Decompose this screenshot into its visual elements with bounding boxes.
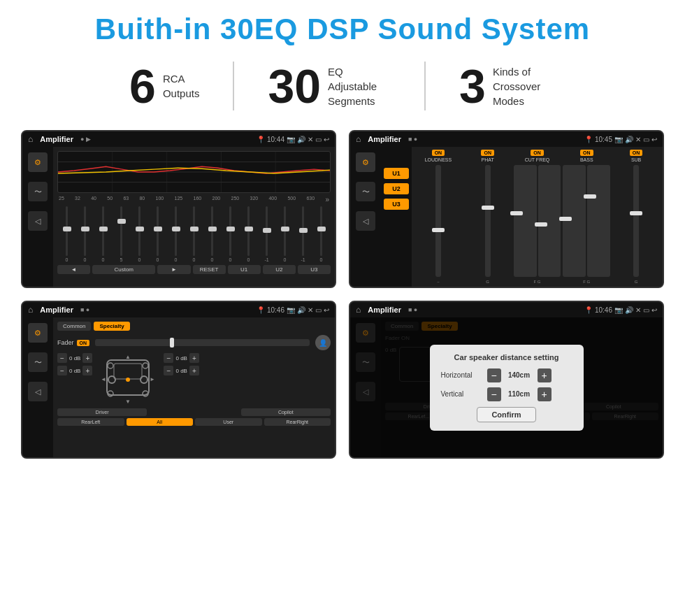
- eq-slider-6[interactable]: 0: [168, 206, 184, 262]
- loudness-on-btn[interactable]: ON: [432, 150, 445, 156]
- bass-slider-g[interactable]: [587, 165, 610, 277]
- home-icon-4[interactable]: ⌂: [356, 305, 361, 315]
- vol-minus-3[interactable]: −: [164, 366, 173, 375]
- vol-plus-1[interactable]: +: [82, 366, 92, 375]
- btn-rearright[interactable]: RearRight: [264, 418, 331, 426]
- home-icon-3[interactable]: ⌂: [28, 305, 33, 315]
- phat-slider[interactable]: [485, 165, 491, 277]
- eq-custom-btn[interactable]: Custom: [92, 265, 155, 274]
- sub-on-btn[interactable]: ON: [630, 150, 643, 156]
- eq-slider-9[interactable]: 0: [222, 206, 238, 262]
- eq-slider-1[interactable]: 0: [77, 206, 93, 262]
- eq-slider-0[interactable]: 0: [59, 206, 75, 262]
- vol-minus-2[interactable]: −: [164, 353, 173, 363]
- eq-slider-13[interactable]: -1: [295, 206, 311, 262]
- sidebar2-wave-icon[interactable]: 〜: [356, 182, 375, 201]
- fader-slider-thumb[interactable]: [170, 338, 174, 348]
- bass-slider-f[interactable]: [563, 165, 586, 277]
- fader-profile-icon[interactable]: 👤: [315, 335, 331, 350]
- screen2-sidebar: ⚙ 〜 ◁: [350, 147, 381, 287]
- eq-label-6: 100: [156, 196, 164, 203]
- tab-common[interactable]: Common: [57, 322, 91, 331]
- screen-eq: ⌂ Amplifier ● ▶ 📍 10:44 📷 🔊 ✕ ▭ ↩ ⚙: [21, 130, 336, 288]
- sidebar-eq-icon[interactable]: ⚙: [28, 152, 48, 172]
- eq-prev-btn[interactable]: ◄: [57, 265, 90, 274]
- back-icon-1[interactable]: ↩: [324, 136, 329, 143]
- sidebar3-speaker-icon[interactable]: ◁: [28, 382, 48, 401]
- dialog-vertical-label: Vertical: [441, 390, 483, 398]
- cam-icon-3: 📷: [287, 306, 295, 314]
- preset-u1[interactable]: U1: [384, 168, 409, 179]
- eq-reset-btn[interactable]: RESET: [193, 265, 226, 274]
- cutfreq-slider-f[interactable]: [514, 165, 537, 277]
- eq-u1-btn[interactable]: U1: [228, 265, 261, 274]
- btn-user[interactable]: User: [195, 418, 262, 426]
- sidebar3-wave-icon[interactable]: 〜: [28, 352, 48, 372]
- eq-label-10: 250: [231, 196, 240, 203]
- eq-sliders: 0 0 0 5 0 0 0 0 0 0 0 -1 0 -1 0: [57, 206, 331, 262]
- vol-icon-3: 🔊: [297, 306, 305, 314]
- dialog-vertical-plus[interactable]: +: [538, 387, 551, 401]
- tab-specialty[interactable]: Specialty: [94, 322, 129, 331]
- eq-slider-3[interactable]: 5: [113, 206, 129, 262]
- vol-plus-2[interactable]: +: [189, 353, 199, 363]
- bottom-buttons-2: RearLeft All User RearRight: [57, 418, 331, 426]
- cutfreq-on-btn[interactable]: ON: [531, 150, 544, 156]
- preset-u3[interactable]: U3: [384, 199, 409, 210]
- sub-slider[interactable]: [633, 165, 639, 277]
- cutfreq-slider-g[interactable]: [538, 165, 561, 277]
- eq-slider-4[interactable]: 0: [131, 206, 147, 262]
- eq-slider-7[interactable]: 0: [186, 206, 202, 262]
- sidebar3-eq-icon[interactable]: ⚙: [28, 323, 48, 343]
- back-icon-4[interactable]: ↩: [651, 306, 657, 314]
- bass-on-btn[interactable]: ON: [580, 150, 593, 156]
- cam-icon-2: 📷: [614, 136, 623, 143]
- btn-copilot[interactable]: Copilot: [241, 408, 331, 416]
- back-icon-2[interactable]: ↩: [651, 136, 657, 143]
- bass-label: BASS: [580, 157, 593, 162]
- eq-slider-14[interactable]: 0: [313, 206, 329, 262]
- btn-driver[interactable]: Driver: [57, 408, 147, 416]
- sidebar2-eq-icon[interactable]: ⚙: [356, 152, 375, 172]
- vol-minus-0[interactable]: −: [57, 353, 67, 363]
- vol-minus-1[interactable]: −: [57, 366, 67, 375]
- dialog-vertical-minus[interactable]: −: [487, 387, 501, 401]
- eq-slider-2[interactable]: 0: [95, 206, 111, 262]
- vol-row-0: − 0 dB +: [57, 353, 92, 363]
- svg-point-10: [140, 376, 147, 383]
- dialog-horizontal-plus[interactable]: +: [538, 368, 551, 382]
- eq-slider-11[interactable]: -1: [259, 206, 275, 262]
- eq-label-3: 50: [107, 196, 113, 203]
- eq-u2-btn[interactable]: U2: [263, 265, 296, 274]
- eq-slider-12[interactable]: 0: [277, 206, 293, 262]
- vol-plus-0[interactable]: +: [82, 353, 92, 363]
- back-icon-3[interactable]: ↩: [324, 306, 329, 314]
- sidebar-speaker-icon[interactable]: ◁: [28, 211, 48, 231]
- btn-all[interactable]: All: [127, 418, 194, 426]
- loudness-slider[interactable]: [435, 165, 441, 277]
- fader-on-badge[interactable]: ON: [77, 340, 90, 346]
- eq-slider-5[interactable]: 0: [150, 206, 166, 262]
- eq-slider-8[interactable]: 0: [204, 206, 220, 262]
- home-icon-2[interactable]: ⌂: [356, 134, 361, 144]
- home-icon-1[interactable]: ⌂: [28, 134, 33, 144]
- phat-on-btn[interactable]: ON: [481, 150, 494, 156]
- eq-more-arrow[interactable]: »: [325, 196, 329, 203]
- eq-play-btn[interactable]: ►: [157, 265, 190, 274]
- app-name-2: Amplifier: [368, 135, 401, 143]
- eq-u3-btn[interactable]: U3: [298, 265, 331, 274]
- eq-label-12: 400: [268, 196, 277, 203]
- sidebar2-speaker-icon[interactable]: ◁: [356, 211, 375, 231]
- btn-empty: [149, 408, 238, 416]
- dialog-confirm-button[interactable]: Confirm: [477, 407, 535, 422]
- loudness-value: ~: [437, 280, 440, 284]
- status-icons-4: 📍 10:46 📷 🔊 ✕ ▭ ↩: [584, 306, 657, 314]
- svg-text:►: ►: [150, 376, 156, 382]
- eq-label-5: 80: [139, 196, 145, 203]
- preset-u2[interactable]: U2: [384, 183, 409, 194]
- eq-slider-10[interactable]: 0: [240, 206, 257, 262]
- vol-plus-3[interactable]: +: [189, 366, 199, 375]
- dialog-horizontal-minus[interactable]: −: [487, 368, 501, 382]
- btn-rearleft[interactable]: RearLeft: [57, 418, 124, 426]
- sidebar-wave-icon[interactable]: 〜: [28, 182, 48, 201]
